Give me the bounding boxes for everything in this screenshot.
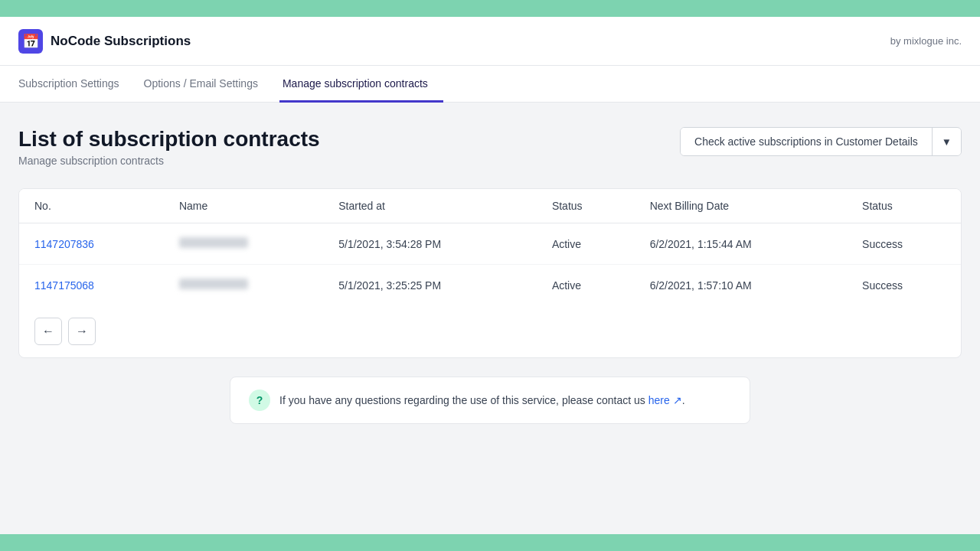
nav-bar: Subscription Settings Options / Email Se… xyxy=(0,66,980,103)
row-1-started-at: 5/1/2021, 3:54:28 PM xyxy=(323,223,537,265)
row-2-name xyxy=(164,265,323,306)
table-header: No. Name Started at Status Next Billing … xyxy=(19,189,961,223)
pagination: ← → xyxy=(19,305,961,357)
blurred-name-1 xyxy=(179,237,248,248)
contract-link-1[interactable]: 1147207836 xyxy=(34,238,94,250)
nav-item-options-email-settings[interactable]: Options / Email Settings xyxy=(141,67,273,103)
app-title: NoCode Subscriptions xyxy=(51,34,191,49)
row-2-no[interactable]: 1147175068 xyxy=(19,265,164,306)
row-1-billing-status: Success xyxy=(847,223,961,265)
chevron-down-icon: ▼ xyxy=(942,136,952,148)
row-2-started-at: 5/1/2021, 3:25:25 PM xyxy=(323,265,537,306)
blurred-name-2 xyxy=(179,279,248,289)
nav-item-subscription-settings[interactable]: Subscription Settings xyxy=(18,67,135,103)
table-row: 1147175068 5/1/2021, 3:25:25 PM Active 6… xyxy=(19,265,961,306)
table-row: 1147207836 5/1/2021, 3:54:28 PM Active 6… xyxy=(19,223,961,265)
footer-message: If you have any questions regarding the … xyxy=(279,394,645,406)
row-1-next-billing-date: 6/2/2021, 1:15:44 AM xyxy=(635,223,847,265)
contract-link-2[interactable]: 1147175068 xyxy=(34,279,94,292)
row-1-no[interactable]: 1147207836 xyxy=(19,223,164,265)
footer-note: ? If you have any questions regarding th… xyxy=(230,377,750,424)
row-2-billing-status: Success xyxy=(847,265,961,306)
page-title-section: List of subscription contracts Manage su… xyxy=(18,127,320,167)
col-next-billing-date: Next Billing Date xyxy=(635,189,847,223)
footer-period: . xyxy=(682,394,685,406)
main-content: List of subscription contracts Manage su… xyxy=(0,103,980,534)
table-header-row: No. Name Started at Status Next Billing … xyxy=(19,189,961,223)
row-2-next-billing-date: 6/2/2021, 1:57:10 AM xyxy=(635,265,847,306)
page-subtitle: Manage subscription contracts xyxy=(18,155,320,167)
top-bar xyxy=(0,0,980,17)
footer-text: If you have any questions regarding the … xyxy=(279,394,685,406)
footer-link[interactable]: here ↗ xyxy=(648,394,682,406)
col-status: Status xyxy=(537,189,635,223)
next-page-button[interactable]: → xyxy=(68,318,96,345)
check-button-wrapper[interactable]: Check active subscriptions in Customer D… xyxy=(680,127,962,156)
bottom-bar xyxy=(0,534,980,551)
contracts-table-container: No. Name Started at Status Next Billing … xyxy=(18,188,962,358)
check-active-subscriptions-button[interactable]: Check active subscriptions in Customer D… xyxy=(681,128,933,155)
row-2-status: Active xyxy=(537,265,635,306)
col-no: No. xyxy=(19,189,164,223)
row-1-name xyxy=(164,223,323,265)
app-icon: 📅 xyxy=(18,29,43,54)
check-button-dropdown[interactable]: ▼ xyxy=(933,129,961,155)
header-left: 📅 NoCode Subscriptions xyxy=(18,29,191,54)
contracts-table: No. Name Started at Status Next Billing … xyxy=(19,189,961,305)
prev-page-button[interactable]: ← xyxy=(34,318,62,345)
row-1-status: Active xyxy=(537,223,635,265)
page-title: List of subscription contracts xyxy=(18,127,320,152)
help-icon: ? xyxy=(249,390,270,411)
col-billing-status: Status xyxy=(847,189,961,223)
nav-item-manage-contracts[interactable]: Manage subscription contracts xyxy=(279,67,443,103)
header: 📅 NoCode Subscriptions by mixlogue inc. xyxy=(0,17,980,66)
header-byline: by mixlogue inc. xyxy=(890,35,962,47)
table-body: 1147207836 5/1/2021, 3:54:28 PM Active 6… xyxy=(19,223,961,306)
page-header: List of subscription contracts Manage su… xyxy=(18,127,962,167)
col-name: Name xyxy=(164,189,323,223)
col-started-at: Started at xyxy=(323,189,537,223)
